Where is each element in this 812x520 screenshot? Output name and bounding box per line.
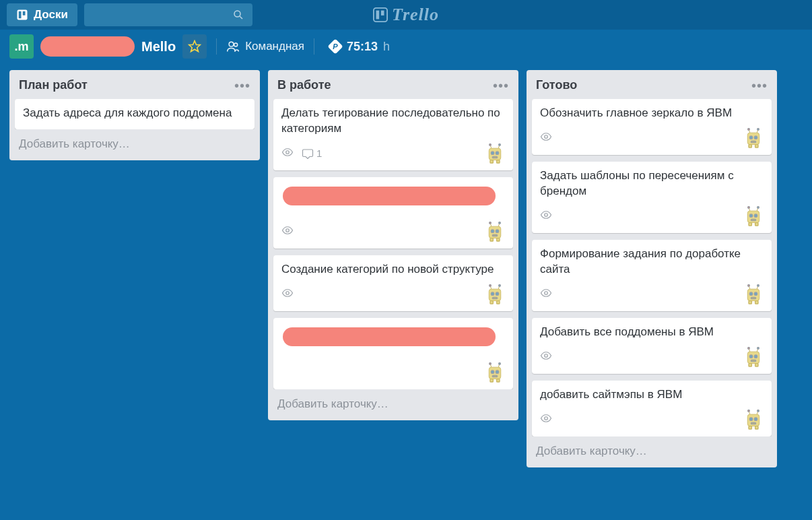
list-menu-button[interactable]: ••• xyxy=(234,83,250,88)
boards-menu-button[interactable]: Доски xyxy=(7,3,77,26)
svg-rect-15 xyxy=(490,160,493,163)
svg-rect-41 xyxy=(493,297,498,298)
card-title: Задать шаблоны по пересечениям с брендом xyxy=(540,168,764,199)
svg-point-72 xyxy=(754,214,757,217)
svg-rect-91 xyxy=(749,363,751,366)
card[interactable]: добавить сайтмэпы в ЯВМ xyxy=(532,381,772,436)
divider xyxy=(314,38,314,55)
watch-icon xyxy=(540,131,552,145)
card-badges xyxy=(540,347,764,367)
add-card-button[interactable]: Добавить карточку… xyxy=(527,436,777,467)
svg-rect-70 xyxy=(755,222,758,225)
boards-label: Доски xyxy=(34,8,68,22)
svg-point-10 xyxy=(234,43,238,46)
svg-rect-51 xyxy=(493,375,498,377)
card-title: Добавить все поддомены в ЯВМ xyxy=(540,325,764,340)
watch-icon xyxy=(540,412,552,427)
divider xyxy=(216,38,217,55)
svg-point-22 xyxy=(489,143,492,145)
svg-point-49 xyxy=(491,370,494,373)
card-badges xyxy=(281,222,505,242)
list-menu-button[interactable]: ••• xyxy=(751,83,768,88)
list-menu-button[interactable]: ••• xyxy=(493,83,509,88)
trello-icon xyxy=(373,7,388,22)
svg-point-88 xyxy=(757,284,759,286)
member-avatar[interactable] xyxy=(743,284,764,304)
member-avatar[interactable] xyxy=(743,410,764,430)
svg-point-105 xyxy=(754,418,757,420)
time-tracker[interactable]: P 75:13h xyxy=(328,39,390,54)
svg-rect-38 xyxy=(497,300,500,303)
member-avatar[interactable] xyxy=(485,143,505,164)
board-canvas: План работ•••Задать адреса для каждого п… xyxy=(0,63,812,520)
svg-rect-19 xyxy=(493,156,498,158)
card[interactable]: Делать тегирование последовательно по ка… xyxy=(273,99,513,170)
search-input[interactable] xyxy=(84,3,252,26)
card-badges xyxy=(540,128,764,148)
tracker-icon: P xyxy=(328,39,343,54)
svg-point-98 xyxy=(748,347,750,349)
member-avatar[interactable] xyxy=(485,284,505,304)
brand-text: Trello xyxy=(392,5,439,25)
svg-point-100 xyxy=(545,416,548,420)
member-avatar[interactable] xyxy=(743,347,764,367)
board-title[interactable]: Mello xyxy=(141,39,176,55)
redacted-chip xyxy=(40,36,135,57)
svg-point-23 xyxy=(499,143,501,145)
member-avatar[interactable] xyxy=(485,222,505,242)
svg-rect-27 xyxy=(497,238,500,240)
card[interactable]: Задать адреса для каждого поддомена xyxy=(15,99,255,129)
watch-icon xyxy=(540,209,552,224)
visibility-button[interactable]: Командная xyxy=(226,40,304,53)
card[interactable] xyxy=(273,318,513,389)
svg-rect-102 xyxy=(749,426,751,428)
svg-point-93 xyxy=(749,355,752,358)
list: В работе•••Делать тегирование последоват… xyxy=(268,70,518,420)
svg-rect-103 xyxy=(755,426,758,428)
redaction-overlay xyxy=(283,327,496,346)
member-avatar[interactable] xyxy=(485,362,505,383)
list-title[interactable]: План работ xyxy=(19,78,88,92)
watch-icon xyxy=(281,287,294,302)
list-title[interactable]: Готово xyxy=(536,78,577,92)
star-icon xyxy=(188,40,201,53)
card-badges xyxy=(281,284,505,304)
add-card-button[interactable]: Добавить карточку… xyxy=(268,389,518,420)
svg-point-3 xyxy=(234,11,240,17)
card[interactable]: Обозначить главное зеркало в ЯВМ xyxy=(532,99,772,155)
add-card-button[interactable]: Добавить карточку… xyxy=(9,129,260,160)
svg-rect-106 xyxy=(751,422,756,424)
card-title: Формирование задания по доработке сайта xyxy=(540,247,764,278)
svg-point-77 xyxy=(757,206,759,208)
cards-container: Обозначить главное зеркало в ЯВМЗадать ш… xyxy=(527,99,777,436)
card[interactable]: Создание категорий по новой структуре xyxy=(273,255,513,311)
cards-container: Делать тегирование последовательно по ка… xyxy=(268,99,518,389)
svg-point-67 xyxy=(545,214,548,217)
member-avatar[interactable] xyxy=(743,128,764,148)
org-badge[interactable]: .m xyxy=(9,34,34,59)
svg-rect-5 xyxy=(374,8,387,22)
list: План работ•••Задать адреса для каждого п… xyxy=(9,70,260,160)
svg-rect-81 xyxy=(755,300,758,303)
svg-point-104 xyxy=(749,418,752,420)
star-button[interactable] xyxy=(182,34,207,59)
svg-point-50 xyxy=(496,370,498,373)
top-header: Доски Trello xyxy=(0,0,812,30)
member-avatar[interactable] xyxy=(743,206,764,226)
svg-point-94 xyxy=(754,355,757,358)
card[interactable]: Добавить все поддомены в ЯВМ xyxy=(532,318,772,374)
svg-point-89 xyxy=(545,354,548,357)
card[interactable] xyxy=(273,177,513,249)
card[interactable]: Задать шаблоны по пересечениям с брендом xyxy=(532,162,772,233)
svg-point-54 xyxy=(489,362,492,364)
card[interactable]: Формирование задания по доработке сайта xyxy=(532,240,772,311)
card-badges xyxy=(540,284,764,304)
list-title[interactable]: В работе xyxy=(277,78,331,92)
card-badges xyxy=(540,206,764,226)
svg-point-55 xyxy=(499,362,501,364)
visibility-label: Командная xyxy=(245,40,304,53)
svg-point-99 xyxy=(757,347,759,349)
svg-point-44 xyxy=(489,284,492,286)
brand-logo[interactable]: Trello xyxy=(373,5,439,25)
svg-point-56 xyxy=(545,135,548,139)
